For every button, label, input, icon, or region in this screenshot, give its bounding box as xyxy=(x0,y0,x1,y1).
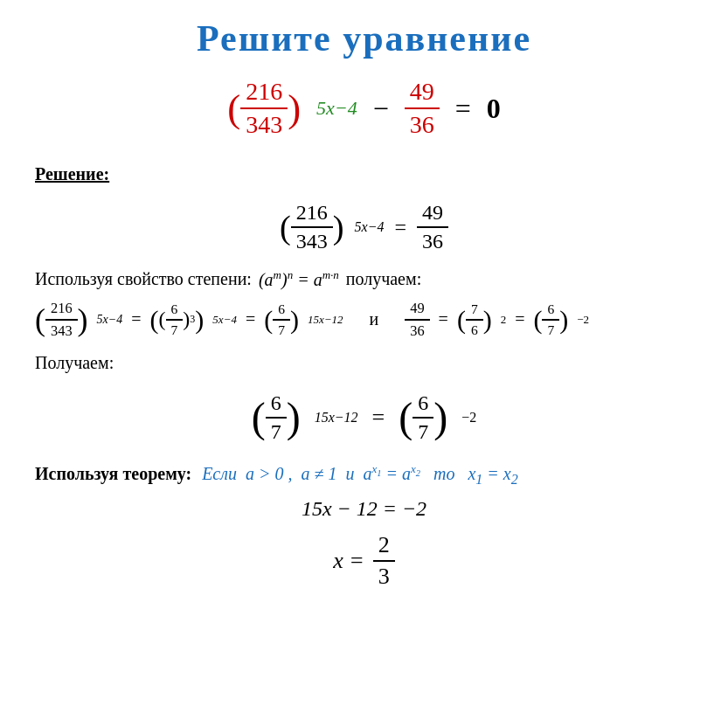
answer-fraction: 2 3 xyxy=(373,531,395,591)
rp8: ) xyxy=(559,305,568,335)
frac2-216-343: 216 343 xyxy=(291,200,333,254)
exp8: 15x−12 xyxy=(315,410,358,426)
frac-216-343: 216 343 xyxy=(240,77,288,140)
property-line: Используя свойство степени: (am)n = am·n… xyxy=(35,268,693,290)
main-equation: ( 216 343 ) 5x−4 − 49 36 = 0 xyxy=(35,77,693,140)
frac10-67: 6 7 xyxy=(413,391,433,445)
property-result: получаем: xyxy=(346,269,421,289)
lp4: ( xyxy=(150,305,159,335)
theorem-formula: Если a > 0 , a ≠ 1 и ax1 = ax2 то x1 = x… xyxy=(202,462,518,488)
rp3: ) xyxy=(78,304,88,336)
exp9: −2 xyxy=(461,410,476,426)
eq2: = xyxy=(394,216,406,239)
rp7: ) xyxy=(483,305,492,335)
theorem-line: Используя теорему: Если a > 0 , a ≠ 1 и … xyxy=(35,462,693,488)
frac6-49-36: 49 36 xyxy=(405,299,429,341)
lp10: ( xyxy=(399,397,413,439)
eq4: = xyxy=(372,405,385,431)
equals-0: = xyxy=(455,93,471,125)
step2-equation: ( 6 7 ) 15x−12 = ( 6 7 ) −2 xyxy=(35,391,693,445)
poluchaem-label: Получаем: xyxy=(35,353,693,373)
linear-equation: 15x − 12 = −2 xyxy=(35,497,693,521)
exponent-5x4: 5x−4 xyxy=(316,97,357,120)
rp10: ) xyxy=(433,397,447,439)
eq3d: = xyxy=(515,309,524,329)
and-text: и xyxy=(370,309,379,329)
exp2: 5x−4 xyxy=(355,219,385,235)
eq3c: = xyxy=(439,309,448,329)
frac5-67: 6 7 xyxy=(273,301,290,339)
rp4: ) xyxy=(195,305,204,335)
rp6: ) xyxy=(290,305,299,335)
frac8-67: 6 7 xyxy=(542,301,559,339)
lp6: ( xyxy=(264,305,273,335)
page-title: Решите уравнение xyxy=(35,17,693,59)
eq3a: = xyxy=(131,309,141,329)
lp3: ( xyxy=(35,304,45,336)
rp2: ) xyxy=(333,211,344,244)
lp8: ( xyxy=(533,305,542,335)
exp3a: 5x−4 xyxy=(97,313,123,327)
rp5: ) xyxy=(183,308,190,331)
frac7-76: 7 6 xyxy=(466,301,483,339)
lp7: ( xyxy=(457,305,466,335)
exp7: −2 xyxy=(577,313,589,327)
exp5: 15x−12 xyxy=(308,313,343,327)
exp6: 2 xyxy=(501,313,507,327)
solution-label: Решение: xyxy=(35,164,693,184)
frac3-216-343: 216 343 xyxy=(45,299,78,341)
lp5: ( xyxy=(159,308,166,331)
frac-49-36: 49 36 xyxy=(405,77,440,140)
rp9: ) xyxy=(287,397,301,439)
zero: 0 xyxy=(487,93,501,125)
right-paren-1: ) xyxy=(288,89,301,128)
minus-sign: − xyxy=(373,93,389,125)
step-row-expand: ( 216 343 ) 5x−4 = ( ( 6 7 ) 3 ) 5x−4 = … xyxy=(35,299,693,341)
step1-equation: ( 216 343 ) 5x−4 = 49 36 xyxy=(35,200,693,254)
frac9-67: 6 7 xyxy=(266,391,287,445)
theorem-label: Используя теорему: xyxy=(35,464,191,484)
lp9: ( xyxy=(252,397,266,439)
x-label: x = xyxy=(333,548,364,574)
left-paren-1: ( xyxy=(227,89,240,128)
property-text: Используя свойство степени: xyxy=(35,269,252,289)
frac2-49-36: 49 36 xyxy=(417,200,448,254)
lp2: ( xyxy=(280,211,291,244)
answer-equation: x = 2 3 xyxy=(35,531,693,591)
frac4-67: 6 7 xyxy=(166,301,184,339)
property-formula: (am)n = am·n xyxy=(259,268,339,290)
eq3b: = xyxy=(246,309,255,329)
exp4: 5x−4 xyxy=(212,313,237,327)
